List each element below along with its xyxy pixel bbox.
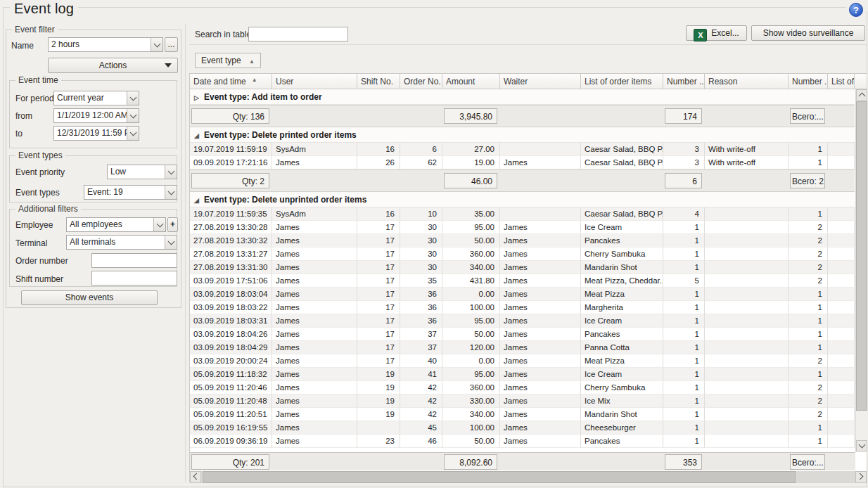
column-header-9[interactable]: Number ... xyxy=(789,74,828,89)
table-cell: Cherry Sambuka xyxy=(581,381,663,394)
scroll-left-icon[interactable] xyxy=(190,471,201,483)
column-header-4[interactable]: Amount xyxy=(442,74,500,89)
event-priority-value: Low xyxy=(108,165,165,179)
name-browse-button[interactable]: ... xyxy=(165,37,178,52)
actions-button[interactable]: Actions xyxy=(48,58,178,73)
vertical-scroll-thumb[interactable] xyxy=(856,101,867,411)
group-row[interactable]: ◢Event type: Delete unprinted order item… xyxy=(190,192,855,207)
chevron-down-icon[interactable] xyxy=(153,218,165,231)
column-header-3[interactable]: Order No. xyxy=(400,74,442,89)
table-row[interactable]: 27.08.2019 13:30:28James173095.00JamesIc… xyxy=(190,221,855,234)
table-cell: 42 xyxy=(400,394,442,408)
group-row[interactable]: ▷Event type: Add item to order xyxy=(190,89,855,105)
page-title: Event log xyxy=(10,1,78,17)
table-cell xyxy=(705,207,789,221)
event-types-select[interactable]: Event: 19 xyxy=(84,185,177,200)
employee-add-button[interactable]: + xyxy=(167,217,178,232)
table-cell: With write-off xyxy=(705,156,789,169)
table-row[interactable]: 27.08.2019 13:31:27James1730360.00JamesC… xyxy=(190,248,855,261)
column-header-1[interactable]: User xyxy=(272,74,357,89)
column-header-8[interactable]: Reason xyxy=(705,74,789,89)
table-cell: 36 xyxy=(400,301,442,314)
column-header-label: Order No. xyxy=(404,77,441,89)
table-cell: 1 xyxy=(663,314,705,328)
table-cell: James xyxy=(272,394,357,408)
table-row[interactable]: 03.09.2019 18:03:22James1736100.00JamesM… xyxy=(190,301,855,314)
excel-button[interactable]: XExcel... xyxy=(686,25,747,41)
show-video-button[interactable]: Show video surveillance xyxy=(751,25,865,41)
shift-number-input[interactable] xyxy=(91,271,177,285)
help-icon[interactable]: ? xyxy=(849,3,863,17)
table-row[interactable]: 05.09.2019 16:19:55James45100.00JamesChe… xyxy=(190,421,855,435)
table-cell: James xyxy=(272,314,357,328)
order-number-label: Order number xyxy=(15,256,68,266)
vertical-scrollbar[interactable] xyxy=(855,89,867,452)
show-events-button[interactable]: Show events xyxy=(21,290,158,305)
table-row[interactable]: 09.09.2019 17:21:16James266219.00JamesCa… xyxy=(190,156,855,169)
group-row[interactable]: ◢Event type: Delete printed order items xyxy=(190,127,855,143)
table-cell: James xyxy=(500,408,581,421)
scroll-up-icon[interactable] xyxy=(856,89,867,101)
table-row[interactable]: 27.08.2019 13:30:32James173050.00JamesPa… xyxy=(190,234,855,248)
table-row[interactable]: 19.07.2019 11:59:19SysAdm16627.00Caesar … xyxy=(190,143,855,156)
column-header-10[interactable]: List of c... xyxy=(828,74,855,89)
horizontal-scroll-thumb[interactable] xyxy=(203,471,796,483)
chevron-down-icon[interactable] xyxy=(151,38,162,51)
filter-name-combo[interactable]: 2 hours xyxy=(48,37,163,52)
table-cell: 05.09.2019 11:20:48 xyxy=(190,394,272,408)
table-row[interactable]: 03.09.2019 18:03:04James17360.00JamesMea… xyxy=(190,288,855,301)
table-row[interactable]: 03.09.2019 18:04:26James173750.00JamesPa… xyxy=(190,328,855,341)
chevron-down-icon[interactable] xyxy=(127,127,139,140)
table-row[interactable]: 03.09.2019 18:04:29James1737120.00JamesP… xyxy=(190,341,855,354)
horizontal-scrollbar[interactable] xyxy=(190,471,867,483)
column-header-7[interactable]: Number ... xyxy=(663,74,705,89)
scroll-right-icon[interactable] xyxy=(855,471,867,483)
shift-number-label: Shift number xyxy=(15,274,63,284)
order-number-input[interactable] xyxy=(91,253,177,268)
chevron-down-icon[interactable] xyxy=(127,109,139,122)
table-cell xyxy=(828,354,855,368)
table-cell: 17 xyxy=(357,314,400,328)
column-header-6[interactable]: List of order items xyxy=(581,74,663,89)
table-cell: 40 xyxy=(400,354,442,368)
column-header-5[interactable]: Waiter xyxy=(500,74,581,89)
table-cell: 3 xyxy=(663,156,705,169)
table-cell: James xyxy=(272,328,357,341)
table-row[interactable]: 19.07.2019 11:59:35SysAdm161035.00Caesar… xyxy=(190,207,855,221)
table-row[interactable]: 03.09.2019 18:03:31James173695.00JamesIc… xyxy=(190,314,855,328)
terminal-select[interactable]: All terminals xyxy=(66,235,177,250)
table-cell xyxy=(705,288,789,301)
table-cell: James xyxy=(500,234,581,248)
group-by-chip[interactable]: Event type ▲ xyxy=(195,53,261,68)
from-date-select[interactable]: 1/1/2019 12:00 AM xyxy=(53,108,139,123)
chevron-down-icon[interactable] xyxy=(165,165,177,179)
table-row[interactable]: 05.09.2019 11:20:48James1942330.00JamesI… xyxy=(190,394,855,408)
column-header-label: List of order items xyxy=(585,77,651,89)
chevron-down-icon[interactable] xyxy=(127,91,139,105)
chevron-down-icon[interactable] xyxy=(165,236,177,249)
table-cell xyxy=(828,288,855,301)
scroll-down-icon[interactable] xyxy=(856,440,867,451)
group-title: Event type: Add item to order xyxy=(204,92,322,102)
actions-caret-icon xyxy=(165,63,172,68)
event-priority-select[interactable]: Low xyxy=(107,165,177,179)
table-row[interactable]: 05.09.2019 11:20:46James1942360.00JamesC… xyxy=(190,381,855,394)
expander-expanded-icon[interactable]: ◢ xyxy=(194,197,204,204)
table-row[interactable]: 03.09.2019 17:51:06James1735431.80JamesM… xyxy=(190,274,855,288)
for-period-select[interactable]: Current year xyxy=(53,91,139,105)
search-input[interactable] xyxy=(248,27,348,41)
to-date-select[interactable]: 12/31/2019 11:59 PM xyxy=(53,126,139,141)
table-row[interactable]: 05.09.2019 11:20:51James1942340.00JamesM… xyxy=(190,408,855,421)
table-row[interactable]: 05.09.2019 11:18:32James194195.00JamesIc… xyxy=(190,368,855,381)
employee-select[interactable]: All employees xyxy=(66,217,166,232)
table-cell: 45 xyxy=(400,421,442,435)
table-cell: 17 xyxy=(357,341,400,354)
table-row[interactable]: 03.09.2019 20:00:24James17400.00JamesMea… xyxy=(190,354,855,368)
table-row[interactable]: 06.09.2019 09:36:19James234650.00JamesPa… xyxy=(190,435,855,448)
column-header-0[interactable]: Date and time▲ xyxy=(190,74,272,89)
chevron-down-icon[interactable] xyxy=(165,186,177,199)
expander-collapsed-icon[interactable]: ▷ xyxy=(194,94,204,101)
table-row[interactable]: 27.08.2019 13:31:30James1730340.00JamesM… xyxy=(190,261,855,274)
column-header-2[interactable]: Shift No. xyxy=(357,74,400,89)
expander-expanded-icon[interactable]: ◢ xyxy=(194,132,204,139)
